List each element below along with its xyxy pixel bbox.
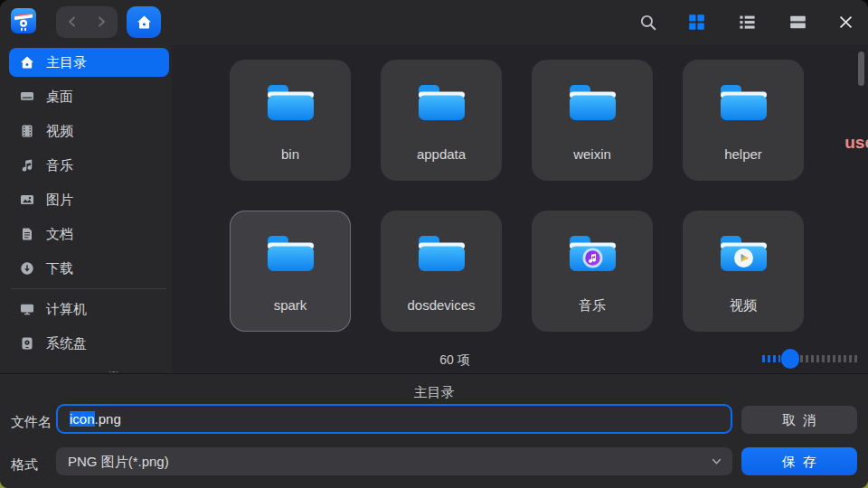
- search-icon[interactable]: [639, 14, 657, 32]
- forward-button[interactable]: [94, 14, 108, 29]
- sidebar-item-label: 音乐: [46, 157, 73, 174]
- sidebar-item-pictures[interactable]: 图片: [9, 185, 169, 214]
- sidebar-item-label: 桌面: [46, 89, 73, 106]
- file-save-dialog: 主目录 桌面 视频 音乐 图片 文档 下载 计算机: [0, 0, 868, 488]
- sidebar-item-documents[interactable]: 文档: [9, 220, 169, 249]
- slider-track-empty: [800, 355, 860, 362]
- slider-handle[interactable]: [781, 349, 799, 369]
- save-panel: 主目录 文件名 icon.png 取消 格式 PNG 图片(*.png) 保存: [0, 373, 868, 488]
- sidebar-item-label: 视频: [46, 123, 73, 140]
- cancel-button[interactable]: 取消: [741, 406, 857, 434]
- folder-icon: [265, 81, 316, 123]
- folder-tile-dosdevices[interactable]: dosdevices: [381, 211, 502, 332]
- sidebar-item-label: 主目录: [46, 54, 87, 71]
- folder-name: weixin: [532, 146, 653, 162]
- film-icon: [20, 124, 34, 138]
- folder-name: appdata: [381, 146, 502, 162]
- vertical-scrollbar[interactable]: [858, 52, 864, 86]
- folder-name: 音乐: [532, 297, 653, 314]
- download-icon: [20, 261, 34, 276]
- sidebar-item-music[interactable]: 音乐: [9, 151, 169, 180]
- format-dropdown[interactable]: PNG 图片(*.png): [56, 447, 732, 475]
- drive-icon: [20, 371, 34, 372]
- item-count-label: 60 项: [424, 352, 486, 369]
- sidebar-item-label: 计算机: [46, 301, 87, 318]
- save-button[interactable]: 保存: [741, 447, 857, 475]
- clipped-red-text: use: [844, 133, 868, 153]
- music-note-icon: [20, 158, 34, 173]
- filename-input[interactable]: icon.png: [56, 404, 732, 434]
- folder-icon: [416, 232, 467, 274]
- chevron-down-icon: [711, 455, 722, 467]
- folder-name: dosdevices: [381, 297, 502, 313]
- folder-tile-spark[interactable]: spark: [230, 211, 351, 332]
- folder-tile-bin[interactable]: bin: [230, 60, 351, 181]
- sidebar-item-videos[interactable]: 视频: [9, 117, 169, 145]
- music-folder-icon: [567, 232, 618, 274]
- folder-tile-helper[interactable]: helper: [683, 60, 804, 181]
- back-button[interactable]: [65, 14, 80, 29]
- folder-name: spark: [230, 297, 351, 313]
- computer-icon: [20, 302, 34, 316]
- detail-view-icon[interactable]: [789, 14, 807, 32]
- navigation-group: [56, 6, 118, 38]
- sidebar-item-system-disk[interactable]: 系统盘: [9, 329, 169, 358]
- sidebar-item-computer[interactable]: 计算机: [9, 295, 169, 324]
- folder-tile-appdata[interactable]: appdata: [381, 60, 502, 181]
- sidebar-item-label: 下载: [46, 260, 73, 277]
- title-bar: [0, 0, 868, 45]
- format-value: PNG 图片(*.png): [68, 454, 169, 469]
- sidebar-item-volume[interactable]: 157.9 GB 卷: [9, 363, 169, 372]
- folder-tile-weixin[interactable]: weixin: [532, 60, 653, 181]
- home-icon: [20, 55, 34, 70]
- folder-tile-videos[interactable]: 视频: [683, 211, 804, 332]
- file-grid: bin appdata weixin helper spark dosdevic…: [172, 45, 868, 372]
- folder-tile-music[interactable]: 音乐: [532, 211, 653, 332]
- folder-icon: [265, 232, 316, 274]
- format-label: 格式: [11, 456, 38, 474]
- sidebar-item-label: 图片: [46, 192, 73, 209]
- sidebar-item-desktop[interactable]: 桌面: [9, 82, 169, 111]
- desktop-icon: [20, 89, 34, 104]
- filename-extension-text: .png: [95, 411, 121, 427]
- filename-selected-text: icon: [70, 411, 95, 427]
- sidebar-item-label: 157.9 GB 卷: [46, 370, 121, 373]
- sidebar-item-home[interactable]: 主目录: [9, 48, 169, 77]
- sidebar: 主目录 桌面 视频 音乐 图片 文档 下载 计算机: [0, 45, 172, 372]
- sidebar-item-label: 文档: [46, 226, 73, 243]
- folder-icon: [567, 81, 618, 123]
- disk-icon: [20, 336, 34, 351]
- current-directory-title: 主目录: [0, 384, 868, 401]
- filename-label: 文件名: [11, 414, 52, 431]
- folder-icon: [416, 81, 467, 123]
- slider-track-filled: [762, 355, 780, 362]
- image-icon: [20, 192, 34, 207]
- video-folder-icon: [718, 232, 769, 274]
- folder-name: bin: [230, 146, 351, 162]
- home-button[interactable]: [127, 6, 161, 38]
- document-icon: [20, 227, 34, 241]
- list-view-icon[interactable]: [739, 14, 757, 32]
- sidebar-item-downloads[interactable]: 下载: [9, 254, 169, 283]
- grid-view-icon[interactable]: [688, 14, 706, 32]
- folder-name: 视频: [683, 297, 804, 314]
- folder-name: helper: [683, 146, 804, 162]
- sidebar-item-label: 系统盘: [46, 335, 87, 352]
- folder-icon: [718, 81, 769, 123]
- sidebar-separator: [11, 288, 166, 289]
- close-icon[interactable]: [837, 14, 855, 32]
- icon-size-slider[interactable]: [762, 349, 860, 369]
- file-manager-logo-icon: [11, 8, 36, 33]
